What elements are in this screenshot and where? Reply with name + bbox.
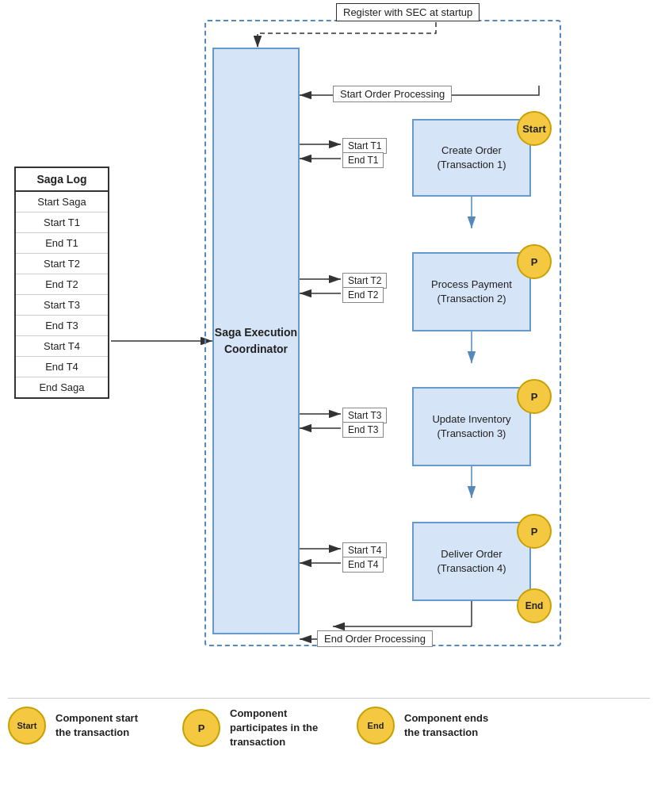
start-t1-label: Start T1	[342, 138, 387, 154]
saga-log-item: End T2	[16, 274, 108, 295]
p-badge-3: P	[517, 379, 552, 414]
start-order-label: Start Order Processing	[333, 86, 452, 102]
legend-item-start: Start Component start the transaction	[8, 707, 151, 745]
sec-coordinator-label: Saga ExecutionCoordinator	[215, 324, 297, 358]
end-t1-label: End T1	[342, 152, 384, 168]
saga-log-item: Start T2	[16, 254, 108, 274]
saga-log-title: Saga Log	[16, 168, 108, 192]
saga-log: Saga Log Start Saga Start T1 End T1 Star…	[14, 167, 109, 399]
saga-log-item: Start T1	[16, 213, 108, 233]
legend-start-text: Component start the transaction	[55, 711, 151, 740]
start-t3-label: Start T3	[342, 408, 387, 423]
end-t3-label: End T3	[342, 422, 384, 438]
saga-log-item: End T1	[16, 233, 108, 254]
start-t2-label: Start T2	[342, 273, 387, 289]
end-t4-label: End T4	[342, 557, 384, 573]
saga-log-item: End T4	[16, 357, 108, 377]
end-badge-4: End	[517, 588, 552, 623]
p-badge-2: P	[517, 244, 552, 279]
p-badge-4: P	[517, 514, 552, 549]
end-order-label: End Order Processing	[317, 630, 433, 647]
end-t2-label: End T2	[342, 287, 384, 303]
sec-registration-label: Register with SEC at startup	[336, 3, 480, 21]
saga-log-item: End Saga	[16, 377, 108, 397]
legend-p-circle: P	[182, 709, 220, 747]
legend: Start Component start the transaction P …	[8, 698, 650, 750]
legend-end-circle: End	[357, 707, 395, 745]
saga-log-item: Start Saga	[16, 192, 108, 213]
legend-item-end: End Component ends the transaction	[357, 707, 499, 745]
legend-item-p: P Component participates in the transact…	[182, 707, 325, 750]
tx-box-1: Create Order(Transaction 1)	[412, 119, 531, 197]
start-badge-1: Start	[517, 111, 552, 146]
saga-log-item: Start T3	[16, 295, 108, 316]
tx-box-4: Deliver Order(Transaction 4)	[412, 522, 531, 601]
legend-start-circle: Start	[8, 707, 46, 745]
legend-end-text: Component ends the transaction	[404, 711, 499, 740]
main-diagram: Register with SEC at startup Start Order…	[0, 0, 661, 690]
sec-coordinator-box: Saga ExecutionCoordinator	[212, 48, 300, 634]
tx-box-3: Update Inventory(Transaction 3)	[412, 387, 531, 466]
start-t4-label: Start T4	[342, 542, 387, 558]
saga-log-item: Start T4	[16, 336, 108, 357]
tx-box-2: Process Payment(Transaction 2)	[412, 252, 531, 331]
legend-p-text: Component participates in the transactio…	[230, 707, 325, 750]
saga-log-item: End T3	[16, 316, 108, 336]
